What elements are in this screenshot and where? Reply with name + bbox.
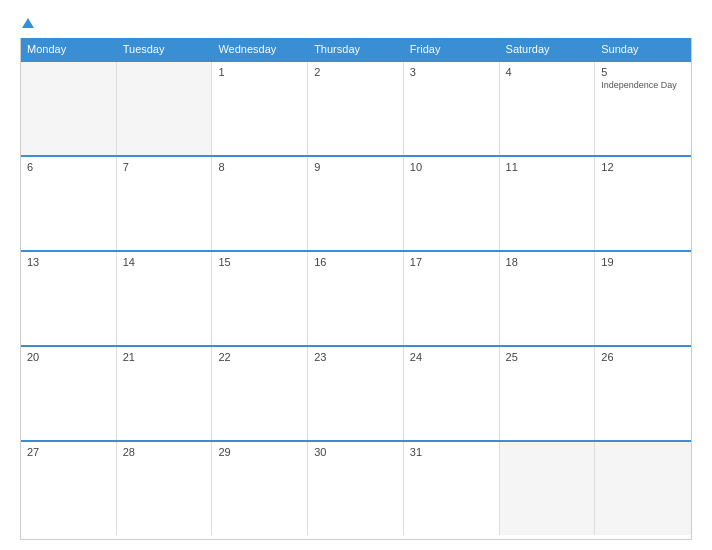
day-cell: 27 xyxy=(21,442,117,535)
day-cell: 15 xyxy=(212,252,308,345)
day-cell: 25 xyxy=(500,347,596,440)
day-number: 8 xyxy=(218,161,301,173)
day-cell: 1 xyxy=(212,62,308,155)
day-number: 7 xyxy=(123,161,206,173)
day-header-friday: Friday xyxy=(404,38,500,60)
day-number: 17 xyxy=(410,256,493,268)
day-cell: 7 xyxy=(117,157,213,250)
logo-triangle-icon xyxy=(22,18,34,28)
day-number: 15 xyxy=(218,256,301,268)
day-header-tuesday: Tuesday xyxy=(117,38,213,60)
day-cell: 18 xyxy=(500,252,596,345)
day-cell: 22 xyxy=(212,347,308,440)
day-number: 14 xyxy=(123,256,206,268)
day-number: 30 xyxy=(314,446,397,458)
day-cell: 16 xyxy=(308,252,404,345)
day-cell: 28 xyxy=(117,442,213,535)
day-number: 31 xyxy=(410,446,493,458)
day-cell: 20 xyxy=(21,347,117,440)
day-cell xyxy=(21,62,117,155)
day-number: 3 xyxy=(410,66,493,78)
day-header-thursday: Thursday xyxy=(308,38,404,60)
day-cell: 11 xyxy=(500,157,596,250)
day-number: 18 xyxy=(506,256,589,268)
day-cell: 24 xyxy=(404,347,500,440)
day-number: 4 xyxy=(506,66,589,78)
day-number: 20 xyxy=(27,351,110,363)
day-number: 6 xyxy=(27,161,110,173)
day-cell: 5Independence Day xyxy=(595,62,691,155)
day-cell: 3 xyxy=(404,62,500,155)
weeks-container: 12345Independence Day6789101112131415161… xyxy=(21,60,691,535)
calendar-header xyxy=(20,18,692,28)
day-number: 27 xyxy=(27,446,110,458)
day-number: 16 xyxy=(314,256,397,268)
day-cell: 10 xyxy=(404,157,500,250)
day-cell: 23 xyxy=(308,347,404,440)
day-number: 21 xyxy=(123,351,206,363)
holiday-label: Independence Day xyxy=(601,80,685,91)
day-number: 11 xyxy=(506,161,589,173)
day-cell: 9 xyxy=(308,157,404,250)
day-number: 1 xyxy=(218,66,301,78)
day-cell xyxy=(500,442,596,535)
day-number: 22 xyxy=(218,351,301,363)
week-row-5: 2728293031 xyxy=(21,440,691,535)
day-headers-row: MondayTuesdayWednesdayThursdayFridaySatu… xyxy=(21,38,691,60)
day-number: 10 xyxy=(410,161,493,173)
day-number: 29 xyxy=(218,446,301,458)
day-header-saturday: Saturday xyxy=(500,38,596,60)
day-header-monday: Monday xyxy=(21,38,117,60)
day-cell: 14 xyxy=(117,252,213,345)
day-number: 2 xyxy=(314,66,397,78)
week-row-3: 13141516171819 xyxy=(21,250,691,345)
day-cell: 6 xyxy=(21,157,117,250)
day-cell: 12 xyxy=(595,157,691,250)
day-number: 9 xyxy=(314,161,397,173)
day-cell xyxy=(117,62,213,155)
day-cell: 26 xyxy=(595,347,691,440)
day-number: 26 xyxy=(601,351,685,363)
day-cell xyxy=(595,442,691,535)
day-cell: 13 xyxy=(21,252,117,345)
day-number: 13 xyxy=(27,256,110,268)
day-cell: 19 xyxy=(595,252,691,345)
day-number: 5 xyxy=(601,66,685,78)
day-header-wednesday: Wednesday xyxy=(212,38,308,60)
week-row-2: 6789101112 xyxy=(21,155,691,250)
day-header-sunday: Sunday xyxy=(595,38,691,60)
day-cell: 31 xyxy=(404,442,500,535)
day-number: 19 xyxy=(601,256,685,268)
day-cell: 29 xyxy=(212,442,308,535)
day-cell: 17 xyxy=(404,252,500,345)
day-number: 23 xyxy=(314,351,397,363)
day-cell: 2 xyxy=(308,62,404,155)
day-number: 12 xyxy=(601,161,685,173)
day-cell: 21 xyxy=(117,347,213,440)
week-row-4: 20212223242526 xyxy=(21,345,691,440)
calendar-page: MondayTuesdayWednesdayThursdayFridaySatu… xyxy=(0,0,712,550)
day-cell: 8 xyxy=(212,157,308,250)
day-number: 25 xyxy=(506,351,589,363)
week-row-1: 12345Independence Day xyxy=(21,60,691,155)
logo xyxy=(20,18,34,28)
day-number: 28 xyxy=(123,446,206,458)
calendar-grid: MondayTuesdayWednesdayThursdayFridaySatu… xyxy=(20,38,692,540)
day-cell: 4 xyxy=(500,62,596,155)
day-cell: 30 xyxy=(308,442,404,535)
day-number: 24 xyxy=(410,351,493,363)
